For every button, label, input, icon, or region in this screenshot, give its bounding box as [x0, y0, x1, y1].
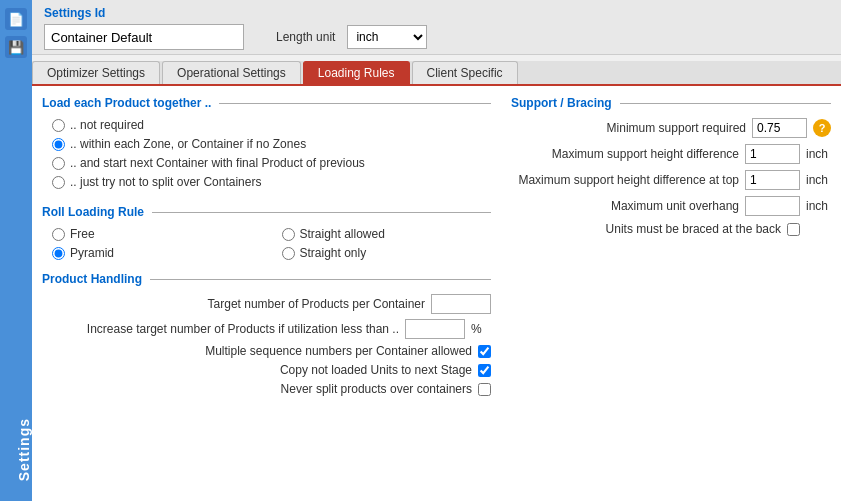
- load-option-1[interactable]: .. not required: [52, 118, 491, 132]
- max-overhang-label: Maximum unit overhang: [611, 199, 739, 213]
- min-support-row: Minimum support required ?: [511, 118, 831, 138]
- product-handling-title: Product Handling: [42, 272, 491, 286]
- max-height-top-input[interactable]: [745, 170, 800, 190]
- sidebar: 📄 💾 Settings: [0, 0, 32, 501]
- roll-loading-title: Roll Loading Rule: [42, 205, 491, 219]
- header: Settings Id Length unit inch cm mm ft: [32, 0, 841, 55]
- product-handling-section: Product Handling Target number of Produc…: [42, 272, 491, 396]
- max-overhang-input[interactable]: [745, 196, 800, 216]
- load-option-3[interactable]: .. and start next Container with final P…: [52, 156, 491, 170]
- help-icon[interactable]: ?: [813, 119, 831, 137]
- multiple-sequence-row: Multiple sequence numbers per Container …: [42, 344, 491, 358]
- increase-target-input[interactable]: [405, 319, 465, 339]
- never-split-checkbox[interactable]: [478, 383, 491, 396]
- tab-content: Load each Product together .. .. not req…: [32, 84, 841, 501]
- sidebar-icon-save[interactable]: 💾: [5, 36, 27, 58]
- tab-loading-rules[interactable]: Loading Rules: [303, 61, 410, 84]
- tabs-bar: Optimizer Settings Operational Settings …: [32, 61, 841, 84]
- load-option-2[interactable]: .. within each Zone, or Container if no …: [52, 137, 491, 151]
- increase-target-row: Increase target number of Products if ut…: [42, 319, 491, 339]
- min-support-label: Minimum support required: [607, 121, 746, 135]
- header-row: Length unit inch cm mm ft: [44, 24, 829, 50]
- increase-target-unit: %: [471, 322, 491, 336]
- roll-straight-only[interactable]: Straight only: [282, 246, 492, 260]
- target-products-row: Target number of Products per Container: [42, 294, 491, 314]
- max-height-top-row: Maximum support height difference at top…: [511, 170, 831, 190]
- right-panel: Support / Bracing Minimum support requir…: [511, 96, 831, 491]
- sidebar-icon-doc[interactable]: 📄: [5, 8, 27, 30]
- copy-not-loaded-label: Copy not loaded Units to next Stage: [280, 363, 472, 377]
- left-panel: Load each Product together .. .. not req…: [42, 96, 491, 491]
- tab-optimizer-settings[interactable]: Optimizer Settings: [32, 61, 160, 84]
- sidebar-label: Settings: [16, 418, 32, 481]
- main-content: Settings Id Length unit inch cm mm ft Op…: [32, 0, 841, 501]
- container-name-input[interactable]: [44, 24, 244, 50]
- increase-target-label: Increase target number of Products if ut…: [87, 322, 399, 336]
- roll-loading-grid: Free Straight allowed Pyramid Straight o…: [52, 227, 491, 260]
- copy-not-loaded-row: Copy not loaded Units to next Stage: [42, 363, 491, 377]
- settings-id-label: Settings Id: [44, 6, 829, 20]
- load-option-4[interactable]: .. just try not to split over Containers: [52, 175, 491, 189]
- tab-operational-settings[interactable]: Operational Settings: [162, 61, 301, 84]
- max-height-top-label: Maximum support height difference at top: [518, 173, 739, 187]
- max-height-diff-row: Maximum support height difference inch: [511, 144, 831, 164]
- max-height-diff-label: Maximum support height difference: [552, 147, 739, 161]
- roll-pyramid[interactable]: Pyramid: [52, 246, 262, 260]
- copy-not-loaded-checkbox[interactable]: [478, 364, 491, 377]
- target-products-label: Target number of Products per Container: [208, 297, 425, 311]
- multiple-sequence-label: Multiple sequence numbers per Container …: [205, 344, 472, 358]
- max-height-diff-unit: inch: [806, 147, 831, 161]
- roll-straight-allowed[interactable]: Straight allowed: [282, 227, 492, 241]
- roll-free[interactable]: Free: [52, 227, 262, 241]
- multiple-sequence-checkbox[interactable]: [478, 345, 491, 358]
- roll-loading-section: Roll Loading Rule Free Straight allowed …: [42, 205, 491, 260]
- never-split-label: Never split products over containers: [281, 382, 472, 396]
- length-unit-label: Length unit: [276, 30, 335, 44]
- target-products-input[interactable]: [431, 294, 491, 314]
- min-support-input[interactable]: [752, 118, 807, 138]
- braced-back-checkbox[interactable]: [787, 223, 800, 236]
- load-radio-group: .. not required .. within each Zone, or …: [52, 118, 491, 189]
- tab-client-specific[interactable]: Client Specific: [412, 61, 518, 84]
- braced-back-label: Units must be braced at the back: [606, 222, 781, 236]
- max-overhang-unit: inch: [806, 199, 831, 213]
- max-overhang-row: Maximum unit overhang inch: [511, 196, 831, 216]
- braced-back-row: Units must be braced at the back: [511, 222, 831, 236]
- length-unit-select[interactable]: inch cm mm ft: [347, 25, 427, 49]
- max-height-top-unit: inch: [806, 173, 831, 187]
- load-section-title: Load each Product together ..: [42, 96, 491, 110]
- max-height-diff-input[interactable]: [745, 144, 800, 164]
- support-bracing-title: Support / Bracing: [511, 96, 831, 110]
- never-split-row: Never split products over containers: [42, 382, 491, 396]
